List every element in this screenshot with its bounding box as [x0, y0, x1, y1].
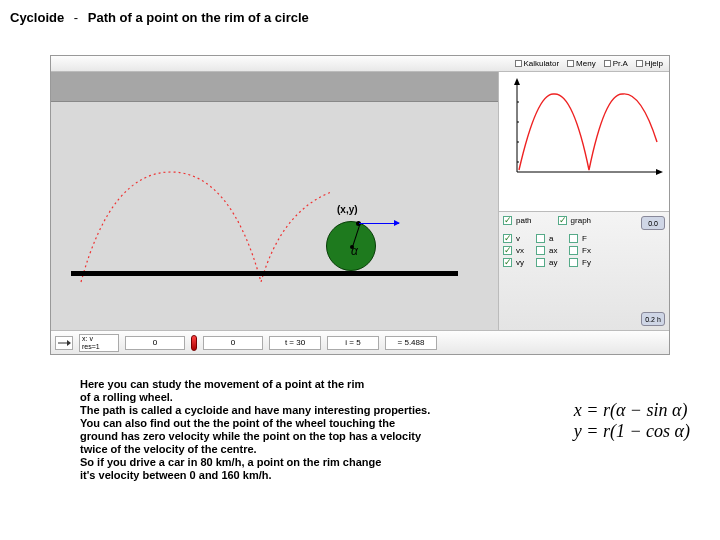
value-2[interactable]: 0 [203, 336, 263, 350]
checkbox-icon [515, 60, 522, 67]
mini-graph [499, 72, 669, 212]
right-column: path graph v a F vx ax Fx vy ay Fy 0.0 0… [499, 72, 669, 330]
sim-column: α (x,y) [51, 72, 499, 330]
last-value[interactable]: = 5.488 [385, 336, 437, 350]
alpha-label: α [351, 244, 358, 258]
checkbox-icon [636, 60, 643, 67]
sim-header-bar [51, 72, 498, 102]
equation-y: y = r(1 − cos α) [574, 421, 690, 442]
vector-icon[interactable] [55, 336, 73, 350]
i-value[interactable]: i = 5 [327, 336, 379, 350]
chk-graph[interactable] [558, 216, 567, 225]
options-pane: path graph v a F vx ax Fx vy ay Fy 0.0 0… [499, 212, 669, 330]
page-title: Cycloide - Path of a point on the rim of… [10, 10, 309, 25]
t-value[interactable]: t = 30 [269, 336, 321, 350]
menu-kalkulator[interactable]: Kalkulator [515, 59, 560, 68]
menu-meny[interactable]: Meny [567, 59, 596, 68]
readout-bot[interactable]: 0.2 h [641, 312, 665, 326]
equation-x: x = r(α − sin α) [574, 400, 690, 421]
value-1[interactable]: 0 [125, 336, 185, 350]
chk-a[interactable] [536, 234, 545, 243]
chk-path[interactable] [503, 216, 512, 225]
cycloid-path [51, 102, 498, 330]
chk-F[interactable] [569, 234, 578, 243]
readout-top[interactable]: 0.0 [641, 216, 665, 230]
thermo-icon[interactable] [191, 335, 197, 351]
chk-ay[interactable] [536, 258, 545, 267]
ground-line [71, 271, 458, 276]
menu-pra[interactable]: Pr.A [604, 59, 628, 68]
chk-v[interactable] [503, 234, 512, 243]
checkbox-icon [604, 60, 611, 67]
bottom-bar: x: vres=1 0 0 t = 30 i = 5 = 5.488 [51, 330, 669, 354]
title-main: Cycloide [10, 10, 64, 25]
chk-ax[interactable] [536, 246, 545, 255]
velocity-vector [359, 223, 399, 224]
svg-marker-3 [656, 169, 663, 175]
chk-vx[interactable] [503, 246, 512, 255]
chk-Fy[interactable] [569, 258, 578, 267]
chk-vy[interactable] [503, 258, 512, 267]
rolling-wheel[interactable]: α [326, 221, 376, 271]
sim-canvas[interactable]: α (x,y) [51, 102, 498, 330]
menubar: Kalkulator Meny Pr.A Hjelp [51, 56, 669, 72]
axis-readout[interactable]: x: vres=1 [79, 334, 119, 352]
svg-marker-1 [514, 78, 520, 85]
graph-pane[interactable] [499, 72, 669, 212]
menu-hjelp[interactable]: Hjelp [636, 59, 663, 68]
xy-label: (x,y) [337, 204, 358, 215]
checkbox-icon [567, 60, 574, 67]
equations: x = r(α − sin α) y = r(1 − cos α) [574, 400, 690, 442]
app-window: Kalkulator Meny Pr.A Hjelp α (x,y) [50, 55, 670, 355]
chk-Fx[interactable] [569, 246, 578, 255]
svg-marker-9 [67, 340, 71, 346]
description-text: Here you can study the movement of a poi… [80, 378, 440, 482]
title-sep: - [74, 10, 78, 25]
title-sub: Path of a point on the rim of a circle [88, 10, 309, 25]
